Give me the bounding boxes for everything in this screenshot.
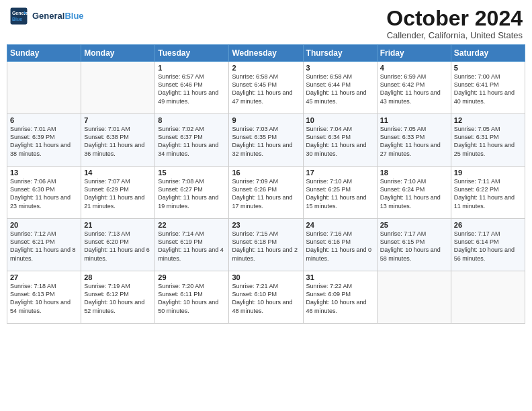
calendar-week-row: 27Sunrise: 7:18 AM Sunset: 6:13 PM Dayli… xyxy=(7,271,525,324)
page-header: General Blue GeneralBlue October 2024 Ca… xyxy=(7,7,525,40)
day-info: Sunrise: 7:21 AM Sunset: 6:10 PM Dayligh… xyxy=(232,282,300,315)
calendar-cell: 4Sunrise: 6:59 AM Sunset: 6:42 PM Daylig… xyxy=(377,62,451,114)
calendar-week-row: 1Sunrise: 6:57 AM Sunset: 6:46 PM Daylig… xyxy=(7,62,525,114)
day-header: Saturday xyxy=(451,45,525,62)
day-info: Sunrise: 6:57 AM Sunset: 6:46 PM Dayligh… xyxy=(158,73,226,105)
calendar-cell xyxy=(377,271,451,324)
day-number: 31 xyxy=(306,273,374,281)
day-info: Sunrise: 7:11 AM Sunset: 6:22 PM Dayligh… xyxy=(454,177,522,210)
calendar-cell: 18Sunrise: 7:10 AM Sunset: 6:24 PM Dayli… xyxy=(377,167,451,219)
calendar-cell: 6Sunrise: 7:01 AM Sunset: 6:39 PM Daylig… xyxy=(7,114,81,167)
day-info: Sunrise: 7:01 AM Sunset: 6:38 PM Dayligh… xyxy=(84,125,152,158)
day-number: 8 xyxy=(158,116,226,124)
day-info: Sunrise: 7:10 AM Sunset: 6:25 PM Dayligh… xyxy=(306,177,374,210)
calendar-cell: 7Sunrise: 7:01 AM Sunset: 6:38 PM Daylig… xyxy=(81,114,155,167)
day-number: 22 xyxy=(158,221,226,229)
day-number: 24 xyxy=(306,221,374,229)
day-info: Sunrise: 7:13 AM Sunset: 6:20 PM Dayligh… xyxy=(84,230,152,263)
day-info: Sunrise: 7:05 AM Sunset: 6:31 PM Dayligh… xyxy=(454,125,522,158)
day-info: Sunrise: 6:58 AM Sunset: 6:45 PM Dayligh… xyxy=(232,73,300,105)
day-info: Sunrise: 7:20 AM Sunset: 6:11 PM Dayligh… xyxy=(158,282,226,315)
day-number: 9 xyxy=(232,116,300,124)
day-number: 16 xyxy=(232,169,300,177)
day-number: 21 xyxy=(84,221,152,229)
calendar-cell: 24Sunrise: 7:16 AM Sunset: 6:16 PM Dayli… xyxy=(303,219,377,271)
calendar-cell xyxy=(451,271,525,324)
day-number: 1 xyxy=(158,64,226,72)
calendar-cell: 11Sunrise: 7:05 AM Sunset: 6:33 PM Dayli… xyxy=(377,114,451,167)
svg-rect-0 xyxy=(11,8,28,25)
day-info: Sunrise: 7:16 AM Sunset: 6:16 PM Dayligh… xyxy=(306,230,374,263)
calendar-cell: 2Sunrise: 6:58 AM Sunset: 6:45 PM Daylig… xyxy=(229,62,303,114)
day-info: Sunrise: 7:17 AM Sunset: 6:14 PM Dayligh… xyxy=(454,230,522,263)
day-header: Thursday xyxy=(303,45,377,62)
day-number: 17 xyxy=(306,169,374,177)
calendar-week-row: 13Sunrise: 7:06 AM Sunset: 6:30 PM Dayli… xyxy=(7,167,525,219)
day-info: Sunrise: 7:10 AM Sunset: 6:24 PM Dayligh… xyxy=(380,177,448,210)
day-number: 15 xyxy=(158,169,226,177)
calendar-header: SundayMondayTuesdayWednesdayThursdayFrid… xyxy=(7,45,525,62)
day-info: Sunrise: 7:03 AM Sunset: 6:35 PM Dayligh… xyxy=(232,125,300,158)
day-number: 11 xyxy=(380,116,448,124)
day-number: 28 xyxy=(84,273,152,281)
day-number: 12 xyxy=(454,116,522,124)
calendar-cell: 5Sunrise: 7:00 AM Sunset: 6:41 PM Daylig… xyxy=(451,62,525,114)
header-row: SundayMondayTuesdayWednesdayThursdayFrid… xyxy=(7,45,525,62)
svg-text:Blue: Blue xyxy=(12,17,22,21)
logo-text: GeneralBlue xyxy=(32,11,84,21)
day-header: Sunday xyxy=(7,45,81,62)
title-block: October 2024 Callender, California, Unit… xyxy=(386,7,523,40)
day-info: Sunrise: 7:17 AM Sunset: 6:15 PM Dayligh… xyxy=(380,230,448,263)
day-info: Sunrise: 7:02 AM Sunset: 6:37 PM Dayligh… xyxy=(158,125,226,158)
day-header: Tuesday xyxy=(155,45,229,62)
day-info: Sunrise: 7:05 AM Sunset: 6:33 PM Dayligh… xyxy=(380,125,448,158)
day-info: Sunrise: 7:04 AM Sunset: 6:34 PM Dayligh… xyxy=(306,125,374,158)
day-info: Sunrise: 7:22 AM Sunset: 6:09 PM Dayligh… xyxy=(306,282,374,315)
calendar-cell: 10Sunrise: 7:04 AM Sunset: 6:34 PM Dayli… xyxy=(303,114,377,167)
day-number: 5 xyxy=(454,64,522,72)
calendar-cell: 23Sunrise: 7:15 AM Sunset: 6:18 PM Dayli… xyxy=(229,219,303,271)
day-info: Sunrise: 7:14 AM Sunset: 6:19 PM Dayligh… xyxy=(158,230,226,263)
day-number: 27 xyxy=(10,273,78,281)
day-number: 23 xyxy=(232,221,300,229)
day-number: 6 xyxy=(10,116,78,124)
calendar-week-row: 6Sunrise: 7:01 AM Sunset: 6:39 PM Daylig… xyxy=(7,114,525,167)
day-number: 30 xyxy=(232,273,300,281)
day-number: 10 xyxy=(306,116,374,124)
day-number: 14 xyxy=(84,169,152,177)
calendar-table: SundayMondayTuesdayWednesdayThursdayFrid… xyxy=(7,44,525,324)
calendar-cell: 26Sunrise: 7:17 AM Sunset: 6:14 PM Dayli… xyxy=(451,219,525,271)
calendar-cell: 22Sunrise: 7:14 AM Sunset: 6:19 PM Dayli… xyxy=(155,219,229,271)
calendar-cell: 31Sunrise: 7:22 AM Sunset: 6:09 PM Dayli… xyxy=(303,271,377,324)
day-header: Wednesday xyxy=(229,45,303,62)
calendar-week-row: 20Sunrise: 7:12 AM Sunset: 6:21 PM Dayli… xyxy=(7,219,525,271)
day-info: Sunrise: 7:06 AM Sunset: 6:30 PM Dayligh… xyxy=(10,177,78,210)
calendar-cell: 13Sunrise: 7:06 AM Sunset: 6:30 PM Dayli… xyxy=(7,167,81,219)
day-info: Sunrise: 7:19 AM Sunset: 6:12 PM Dayligh… xyxy=(84,282,152,315)
calendar-cell: 8Sunrise: 7:02 AM Sunset: 6:37 PM Daylig… xyxy=(155,114,229,167)
calendar-cell: 1Sunrise: 6:57 AM Sunset: 6:46 PM Daylig… xyxy=(155,62,229,114)
logo-icon: General Blue xyxy=(9,7,28,26)
calendar-cell: 27Sunrise: 7:18 AM Sunset: 6:13 PM Dayli… xyxy=(7,271,81,324)
calendar-cell: 25Sunrise: 7:17 AM Sunset: 6:15 PM Dayli… xyxy=(377,219,451,271)
day-info: Sunrise: 7:12 AM Sunset: 6:21 PM Dayligh… xyxy=(10,230,78,263)
day-number: 26 xyxy=(454,221,522,229)
calendar-cell: 20Sunrise: 7:12 AM Sunset: 6:21 PM Dayli… xyxy=(7,219,81,271)
calendar-cell: 17Sunrise: 7:10 AM Sunset: 6:25 PM Dayli… xyxy=(303,167,377,219)
day-info: Sunrise: 7:07 AM Sunset: 6:29 PM Dayligh… xyxy=(84,177,152,210)
day-number: 20 xyxy=(10,221,78,229)
day-info: Sunrise: 7:09 AM Sunset: 6:26 PM Dayligh… xyxy=(232,177,300,210)
calendar-cell: 30Sunrise: 7:21 AM Sunset: 6:10 PM Dayli… xyxy=(229,271,303,324)
day-number: 19 xyxy=(454,169,522,177)
day-info: Sunrise: 7:01 AM Sunset: 6:39 PM Dayligh… xyxy=(10,125,78,158)
day-number: 3 xyxy=(306,64,374,72)
day-number: 7 xyxy=(84,116,152,124)
calendar-cell xyxy=(7,62,81,114)
calendar-cell: 9Sunrise: 7:03 AM Sunset: 6:35 PM Daylig… xyxy=(229,114,303,167)
calendar-cell: 16Sunrise: 7:09 AM Sunset: 6:26 PM Dayli… xyxy=(229,167,303,219)
day-info: Sunrise: 6:59 AM Sunset: 6:42 PM Dayligh… xyxy=(380,73,448,105)
logo: General Blue GeneralBlue xyxy=(9,7,84,26)
location-subtitle: Callender, California, United States xyxy=(386,30,523,40)
day-number: 4 xyxy=(380,64,448,72)
day-number: 13 xyxy=(10,169,78,177)
